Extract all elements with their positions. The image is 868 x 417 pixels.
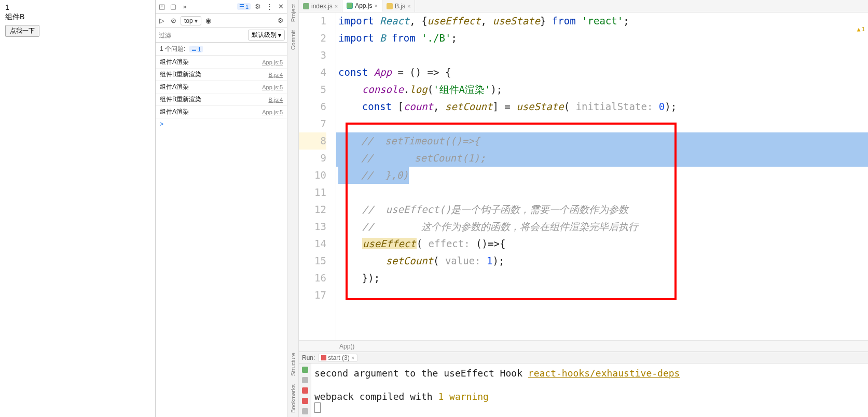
- code-line: // 这个作为参数的函数，将会在组件渲染完毕后执行: [338, 218, 868, 235]
- tab-commit[interactable]: Commit: [289, 26, 297, 54]
- left-tool-tabs: Project Commit Structure Bookmarks: [287, 0, 299, 417]
- output-text: webpack compiled with: [314, 391, 438, 402]
- close-icon[interactable]: ×: [335, 3, 338, 9]
- settings-icon[interactable]: ⚙: [254, 3, 262, 10]
- js-file-icon: [347, 3, 353, 9]
- close-devtools-icon[interactable]: ✕: [277, 3, 285, 10]
- console-row: 组件A渲染App.js:5: [156, 106, 287, 118]
- code-line: // setTimeout(()=>{: [338, 132, 868, 150]
- tab-app-js[interactable]: App.js×: [342, 0, 382, 12]
- more-tabs-icon[interactable]: »: [181, 3, 189, 10]
- code-line: import B from './B';: [338, 30, 868, 47]
- run-side-toolbar: [299, 364, 311, 417]
- preview-button[interactable]: 点我一下: [5, 25, 39, 37]
- source-link[interactable]: App.js:5: [262, 59, 283, 65]
- close-icon[interactable]: ×: [407, 3, 410, 9]
- tab-b-js[interactable]: B.js×: [382, 0, 415, 12]
- js-file-icon: [387, 3, 393, 9]
- code-line: // },0): [338, 167, 868, 184]
- tab-project[interactable]: Project: [289, 0, 297, 26]
- code-line: const [count, setCount] = useState( init…: [338, 98, 868, 115]
- stop-icon[interactable]: [302, 387, 308, 394]
- code-line: [338, 184, 868, 201]
- code-line: [338, 47, 868, 64]
- editor-area: index.js× App.js× B.js× ▲1 123 456 789 1…: [299, 0, 868, 417]
- console-settings-icon[interactable]: ⚙: [277, 17, 285, 24]
- code-line: // useEffect()是一个钩子函数，需要一个函数作为参数: [338, 201, 868, 218]
- console-filter-row: 默认级别 ▾: [156, 28, 287, 43]
- console-row: 组件B重新渲染B.js:4: [156, 69, 287, 81]
- clear-icon[interactable]: ⊘: [169, 17, 177, 24]
- code-line: [338, 287, 868, 296]
- tab-index-js[interactable]: index.js×: [299, 0, 342, 12]
- issues-label: 1 个问题:: [160, 45, 185, 53]
- code-line: });: [338, 270, 868, 287]
- scope-dropdown[interactable]: top ▾: [181, 16, 201, 25]
- devtools-toolbar: ◰ ▢ » ☰ 1 ⚙ ⋮ ✕: [156, 0, 287, 14]
- gutter: 123 456 789 101112 131415 1617: [299, 12, 336, 340]
- console-toolbar: ▷ ⊘ top ▾ ◉ ⚙: [156, 14, 287, 28]
- code-line: setCount( value: 1);: [338, 252, 868, 270]
- console-prompt[interactable]: >: [156, 118, 287, 130]
- code-editor[interactable]: ▲1 123 456 789 101112 131415 1617 import…: [299, 12, 868, 340]
- eye-icon[interactable]: ◉: [204, 17, 213, 24]
- source-link[interactable]: B.js:4: [268, 97, 283, 103]
- console-row: 组件B重新渲染B.js:4: [156, 93, 287, 106]
- step-icon[interactable]: [302, 377, 308, 383]
- preview-text-2: 组件B: [5, 12, 150, 22]
- lint-rule-link[interactable]: react-hooks/exhaustive-deps: [528, 368, 680, 379]
- console-row: 组件A渲染App.js:5: [156, 81, 287, 93]
- stop-all-icon[interactable]: [302, 398, 308, 404]
- js-file-icon: [303, 3, 309, 9]
- run-config-icon: [321, 355, 326, 360]
- inspect-icon[interactable]: ◰: [158, 3, 166, 10]
- run-tool-window: Run: start (3) × second argument to the …: [299, 352, 868, 417]
- warning-text: 1 warning: [438, 391, 489, 402]
- run-output[interactable]: second argument to the useEffect Hook re…: [311, 364, 868, 417]
- issues-badge: ☰ 1: [189, 46, 203, 52]
- devtools-panel: ◰ ▢ » ☰ 1 ⚙ ⋮ ✕ ▷ ⊘ top ▾ ◉ ⚙ 默认级别 ▾ 1 个…: [156, 0, 287, 417]
- code-line: import React, {useEffect, useState} from…: [338, 12, 868, 30]
- issues-bar[interactable]: 1 个问题: ☰ 1: [156, 43, 287, 56]
- play-icon[interactable]: ▷: [158, 17, 166, 24]
- source-link[interactable]: App.js:5: [262, 84, 283, 90]
- terminal-cursor: [314, 402, 321, 413]
- browser-preview-panel: 1 组件B 点我一下: [0, 0, 156, 417]
- source-link[interactable]: B.js:4: [268, 72, 283, 78]
- tab-bookmarks[interactable]: Bookmarks: [289, 380, 297, 417]
- close-icon[interactable]: ×: [351, 355, 354, 361]
- tab-structure[interactable]: Structure: [289, 348, 297, 380]
- console-output[interactable]: 组件A渲染App.js:5 组件B重新渲染B.js:4 组件A渲染App.js:…: [156, 56, 287, 417]
- log-level-dropdown[interactable]: 默认级别 ▾: [248, 30, 285, 41]
- menu-icon[interactable]: ⋮: [265, 3, 273, 10]
- messages-badge[interactable]: ☰ 1: [237, 3, 251, 10]
- preview-text-1: 1: [5, 3, 150, 11]
- close-icon[interactable]: ×: [374, 3, 377, 9]
- code-line: console.log('组件A渲染');: [338, 81, 868, 98]
- code-content[interactable]: import React, {useEffect, useState} from…: [336, 12, 868, 340]
- device-icon[interactable]: ▢: [169, 3, 177, 10]
- breadcrumb[interactable]: App(): [299, 340, 868, 352]
- output-text: second argument to the useEffect Hook: [314, 368, 528, 379]
- more-icon[interactable]: [302, 408, 308, 414]
- code-line: [338, 115, 868, 132]
- code-line: useEffect( effect: ()=>{: [338, 235, 868, 252]
- run-header: Run: start (3) ×: [299, 352, 868, 364]
- rerun-icon[interactable]: [302, 367, 308, 373]
- run-tab[interactable]: start (3) ×: [318, 354, 357, 362]
- code-line: const App = () => {: [338, 64, 868, 81]
- source-link[interactable]: App.js:5: [262, 109, 283, 115]
- browser-content: 1 组件B 点我一下: [0, 0, 155, 417]
- filter-input[interactable]: [158, 31, 245, 40]
- console-row: 组件A渲染App.js:5: [156, 56, 287, 69]
- file-tabs: index.js× App.js× B.js×: [299, 0, 868, 12]
- run-label: Run:: [302, 354, 315, 361]
